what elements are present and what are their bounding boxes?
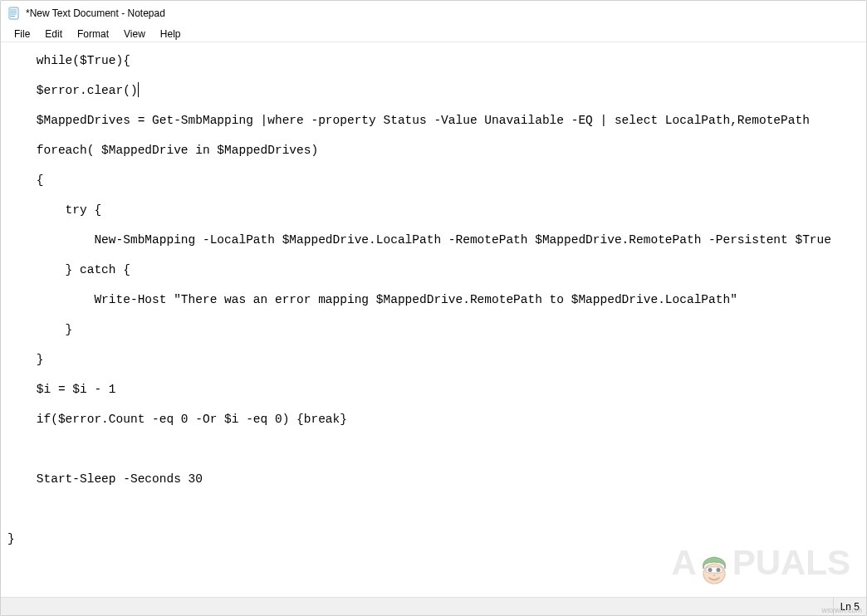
notepad-window: *New Text Document - Notepad File Edit F…: [0, 0, 867, 616]
menu-help[interactable]: Help: [154, 27, 188, 41]
menu-format[interactable]: Format: [71, 27, 115, 41]
notepad-icon: [7, 7, 21, 20]
text-editor[interactable]: while($True){ $error.clear() $MappedDriv…: [1, 42, 866, 597]
menu-view[interactable]: View: [117, 27, 152, 41]
status-bar: Ln 5: [1, 597, 866, 615]
window-title: *New Text Document - Notepad: [26, 7, 165, 19]
title-bar: *New Text Document - Notepad: [1, 1, 866, 26]
menu-file[interactable]: File: [7, 27, 37, 41]
credit-text: wsxwin.com: [821, 606, 862, 614]
menu-edit[interactable]: Edit: [38, 27, 69, 41]
menu-bar: File Edit Format View Help: [1, 26, 866, 42]
svg-rect-5: [9, 7, 12, 19]
